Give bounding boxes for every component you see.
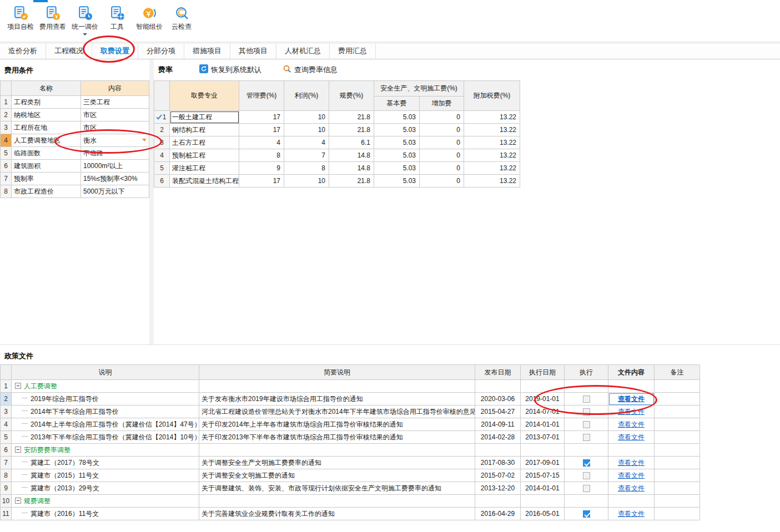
rate-value[interactable]: 0 <box>420 175 464 188</box>
rate-row[interactable]: 6装配式混凝土结构工程171021.85.03013.22 <box>154 175 520 188</box>
rate-value[interactable]: 13.22 <box>464 124 520 136</box>
collapse-icon[interactable] <box>15 447 21 453</box>
collapse-icon[interactable] <box>15 383 21 389</box>
view-file-link[interactable]: 查看文件 <box>618 408 645 416</box>
policy-file-row[interactable]: 42014年上半年综合用工指导价（冀建价信【2014】47号）关于印发2014年… <box>1 418 700 431</box>
rate-row[interactable]: 2钢结构工程171021.85.03013.22 <box>154 124 520 136</box>
rate-row[interactable]: 5灌注桩工程9814.85.03013.22 <box>154 162 520 175</box>
rate-value[interactable]: 8 <box>239 149 284 162</box>
rate-row[interactable]: 1一般土建工程171021.85.03013.22 <box>154 111 520 124</box>
rate-value[interactable]: 17 <box>239 124 284 136</box>
execute-checkbox[interactable] <box>583 510 590 518</box>
rate-value[interactable]: 17 <box>239 175 284 188</box>
rate-value[interactable]: 8 <box>284 162 329 175</box>
policy-file-row[interactable]: 7冀建工（2017）78号文关于调整安全生产文明施工费费率的通知2017-08-… <box>1 457 700 469</box>
chevron-down-icon[interactable] <box>83 33 87 36</box>
rate-value[interactable]: 5.03 <box>374 175 420 188</box>
rate-value[interactable]: 9 <box>239 162 284 175</box>
tab-cost-summary[interactable]: 费用汇总 <box>330 43 376 59</box>
condition-value[interactable]: 不临路 <box>81 147 149 160</box>
rate-value[interactable]: 5.03 <box>374 111 420 124</box>
view-file-link[interactable]: 查看文件 <box>618 420 645 428</box>
rate-value[interactable]: 21.8 <box>329 175 374 188</box>
tab-subsection-items[interactable]: 分部分项 <box>138 43 184 59</box>
rate-row[interactable]: 3土石方工程446.15.03013.22 <box>154 136 520 149</box>
condition-value[interactable]: 15%≤预制率<30% <box>81 173 149 185</box>
toolbar-item-smart-pricing[interactable]: 智能组价 <box>133 6 165 32</box>
view-file-link[interactable]: 查看文件 <box>618 433 645 441</box>
toolbar-item-project-self-check[interactable]: 项目自检 <box>4 6 37 32</box>
view-file-link[interactable]: 查看文件 <box>618 484 645 492</box>
rate-value[interactable]: 13.22 <box>464 136 520 149</box>
rate-value[interactable]: 5.03 <box>374 124 420 136</box>
policy-file-row[interactable]: 22019年综合用工指导价关于发布衡水市2019年建设市场综合用工指导价的通知2… <box>1 393 700 406</box>
view-file-link[interactable]: 查看文件 <box>618 395 645 403</box>
rate-profession[interactable]: 土石方工程 <box>170 136 239 149</box>
rate-value[interactable]: 5.03 <box>374 162 420 175</box>
rate-value[interactable]: 13.22 <box>464 162 520 175</box>
execute-checkbox[interactable] <box>583 421 590 428</box>
rate-profession[interactable]: 预制桩工程 <box>170 149 239 162</box>
rate-value[interactable]: 5.03 <box>374 136 420 149</box>
execute-checkbox[interactable] <box>583 472 590 479</box>
tab-cost-analysis[interactable]: 造价分析 <box>0 43 46 59</box>
execute-checkbox[interactable] <box>583 434 590 441</box>
execute-checkbox[interactable] <box>583 396 590 403</box>
condition-value[interactable]: 5000万元以下 <box>81 185 149 198</box>
collapse-icon[interactable] <box>15 498 21 504</box>
rate-value[interactable]: 10 <box>284 124 329 136</box>
condition-value[interactable]: 市区 <box>81 109 149 121</box>
tab-labor-material-summary[interactable]: 人材机汇总 <box>276 43 330 59</box>
policy-group-row[interactable]: 6安防费费率调整 <box>1 444 700 457</box>
fee-condition-row[interactable]: 2纳税地区市区 <box>1 109 149 121</box>
execute-checkbox[interactable] <box>583 485 590 492</box>
toolbar-item-unified-price-adjust[interactable]: 统一调价 <box>69 6 101 36</box>
toolbar-item-tools[interactable]: 工具 <box>101 6 133 32</box>
rate-value[interactable]: 6.1 <box>329 136 374 149</box>
tab-project-overview[interactable]: 工程概况 <box>46 43 92 59</box>
view-file-link[interactable]: 查看文件 <box>618 472 645 479</box>
policy-file-row[interactable]: 9冀建市（2013）29号文关于调整建筑、装饰、安装、市政等现行计划依据安全生产… <box>1 482 700 495</box>
fee-condition-row[interactable]: 8市政工程造价5000万元以下 <box>1 185 149 198</box>
policy-group-row[interactable]: 1人工费调整 <box>1 380 700 393</box>
restore-defaults-button[interactable]: 恢复到系统默认 <box>199 64 261 75</box>
rate-value[interactable]: 0 <box>420 136 464 149</box>
rate-row[interactable]: 4预制桩工程8714.85.03013.22 <box>154 149 520 162</box>
execute-checkbox[interactable] <box>583 459 590 467</box>
view-file-link[interactable]: 查看文件 <box>618 459 645 467</box>
rate-value[interactable]: 14.8 <box>329 149 374 162</box>
policy-file-row[interactable]: 11冀建市（2016）11号文关于完善建筑业企业规费计取有关工作的通知2016-… <box>1 508 700 520</box>
policy-file-row[interactable]: 32014年下半年综合用工指导价河北省工程建设造价管理总站关于对衡水市2014年… <box>1 406 700 418</box>
rate-value[interactable]: 17 <box>239 111 284 124</box>
dropdown-arrow-icon[interactable] <box>142 139 147 141</box>
policy-group-row[interactable]: 10规费调整 <box>1 495 700 508</box>
rate-value[interactable]: 13.22 <box>464 175 520 188</box>
rate-value[interactable]: 21.8 <box>329 124 374 136</box>
rate-value[interactable]: 10 <box>284 111 329 124</box>
tab-measure-items[interactable]: 措施项目 <box>184 43 230 59</box>
fee-condition-row[interactable]: 7预制率15%≤预制率<30% <box>1 173 149 185</box>
condition-value[interactable]: 10000m²以上 <box>81 160 149 173</box>
rate-value[interactable]: 4 <box>284 136 329 149</box>
rate-value[interactable]: 4 <box>239 136 284 149</box>
query-rate-info-button[interactable]: 查询费率信息 <box>283 64 338 75</box>
rate-profession[interactable]: 灌注桩工程 <box>170 162 239 175</box>
condition-value[interactable]: 三类工程 <box>81 96 149 109</box>
policy-file-row[interactable]: 8冀建市（2015）11号文关于调整安全文明施工费的通知2015-07-0220… <box>1 469 700 482</box>
rate-value[interactable]: 0 <box>420 111 464 124</box>
rate-value[interactable]: 7 <box>284 149 329 162</box>
rate-value[interactable]: 0 <box>420 149 464 162</box>
rate-value[interactable]: 5.03 <box>374 149 420 162</box>
condition-value[interactable]: 衡水 <box>81 134 149 147</box>
fee-condition-row[interactable]: 6建筑面积10000m²以上 <box>1 160 149 173</box>
rate-value[interactable]: 13.22 <box>464 149 520 162</box>
rate-value[interactable]: 21.8 <box>329 111 374 124</box>
fee-condition-row[interactable]: 4人工费调整地区衡水 <box>1 134 149 147</box>
rate-profession[interactable]: 钢结构工程 <box>170 124 239 136</box>
view-file-link[interactable]: 查看文件 <box>618 510 645 518</box>
rate-profession[interactable]: 一般土建工程 <box>170 111 239 124</box>
fee-condition-row[interactable]: 1工程类别三类工程 <box>1 96 149 109</box>
rate-value[interactable]: 0 <box>420 162 464 175</box>
rate-profession[interactable]: 装配式混凝土结构工程 <box>170 175 239 188</box>
vertical-splitter[interactable] <box>149 59 154 344</box>
